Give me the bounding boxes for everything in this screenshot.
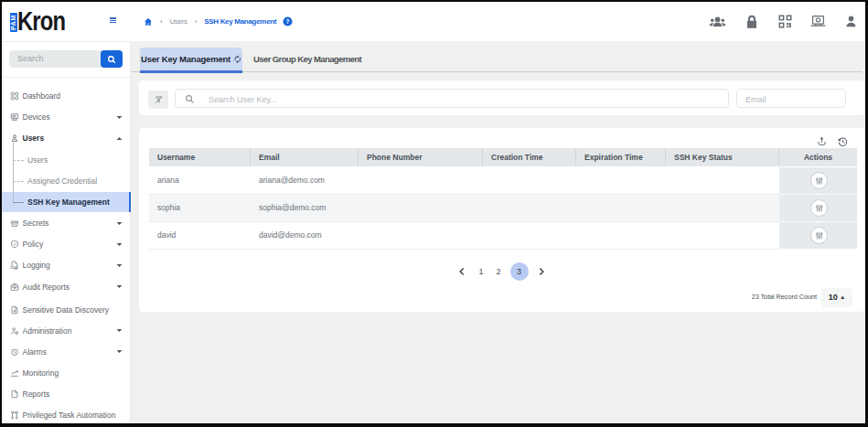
svg-text:?: ? [286,18,290,25]
svg-text:LOG: LOG [10,266,17,270]
